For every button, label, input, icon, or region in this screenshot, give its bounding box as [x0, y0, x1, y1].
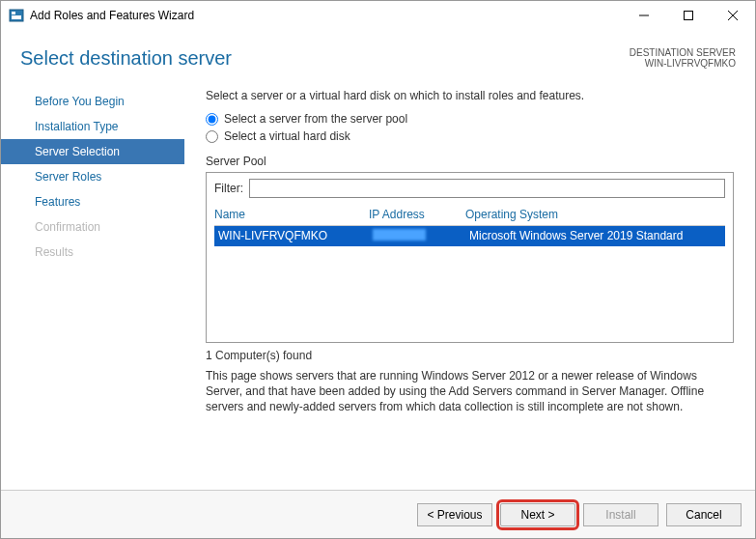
- window-title: Add Roles and Features Wizard: [30, 9, 622, 22]
- close-button[interactable]: [711, 1, 755, 30]
- svg-rect-4: [685, 12, 693, 20]
- row-ip: [373, 229, 469, 243]
- destination-label: DESTINATION SERVER: [630, 47, 736, 58]
- sidebar-item-server-roles[interactable]: Server Roles: [1, 164, 184, 189]
- titlebar: Add Roles and Features Wizard: [1, 1, 755, 30]
- window-controls: [622, 1, 755, 30]
- wizard-footer: < Previous Next > Install Cancel: [1, 490, 755, 538]
- sidebar-item-features[interactable]: Features: [1, 189, 184, 214]
- radio-server-pool-input[interactable]: [206, 113, 218, 126]
- sidebar-item-installation-type[interactable]: Installation Type: [1, 114, 184, 139]
- radio-vhd[interactable]: Select a virtual hard disk: [206, 129, 734, 143]
- minimize-button[interactable]: [622, 1, 666, 30]
- destination-info: DESTINATION SERVER WIN-LIVFRVQFMKO: [630, 47, 736, 69]
- sidebar-item-before-you-begin[interactable]: Before You Begin: [1, 89, 184, 114]
- radio-vhd-input[interactable]: [206, 130, 218, 143]
- radio-server-pool-label: Select a server from the server pool: [224, 112, 407, 126]
- col-header-os[interactable]: Operating System: [465, 208, 725, 221]
- filter-label: Filter:: [214, 182, 243, 195]
- filter-input[interactable]: [249, 179, 725, 198]
- computers-found: 1 Computer(s) found: [206, 349, 734, 362]
- previous-button[interactable]: < Previous: [417, 503, 492, 526]
- note-text: This page shows servers that are running…: [206, 368, 734, 415]
- install-button: Install: [583, 503, 658, 526]
- app-icon: [9, 8, 24, 23]
- sidebar-item-confirmation: Confirmation: [1, 214, 184, 240]
- cancel-button[interactable]: Cancel: [666, 503, 742, 526]
- page-title: Select destination server: [20, 47, 232, 70]
- grid-body: WIN-LIVFRVQFMKO Microsoft Windows Server…: [214, 226, 725, 342]
- maximize-button[interactable]: [666, 1, 711, 30]
- grid-header: Name IP Address Operating System: [214, 204, 725, 226]
- svg-rect-1: [12, 12, 15, 14]
- next-button[interactable]: Next >: [500, 503, 575, 526]
- server-row[interactable]: WIN-LIVFRVQFMKO Microsoft Windows Server…: [214, 226, 725, 246]
- radio-vhd-label: Select a virtual hard disk: [224, 129, 350, 143]
- wizard-sidebar: Before You Begin Installation Type Serve…: [1, 79, 184, 415]
- svg-rect-2: [12, 15, 21, 19]
- page-header: Select destination server DESTINATION SE…: [1, 30, 755, 79]
- col-header-name[interactable]: Name: [214, 208, 369, 221]
- intro-text: Select a server or a virtual hard disk o…: [206, 89, 734, 102]
- main-panel: Select a server or a virtual hard disk o…: [184, 79, 755, 415]
- server-pool-box: Filter: Name IP Address Operating System…: [206, 172, 734, 343]
- ip-redacted: [373, 229, 426, 241]
- sidebar-item-results: Results: [1, 240, 184, 265]
- radio-server-pool[interactable]: Select a server from the server pool: [206, 112, 734, 126]
- sidebar-item-server-selection[interactable]: Server Selection: [1, 139, 184, 164]
- destination-value: WIN-LIVFRVQFMKO: [630, 58, 736, 69]
- row-os: Microsoft Windows Server 2019 Standard: [469, 229, 721, 243]
- col-header-ip[interactable]: IP Address: [369, 208, 465, 221]
- server-pool-label: Server Pool: [206, 155, 734, 168]
- row-name: WIN-LIVFRVQFMKO: [218, 229, 373, 243]
